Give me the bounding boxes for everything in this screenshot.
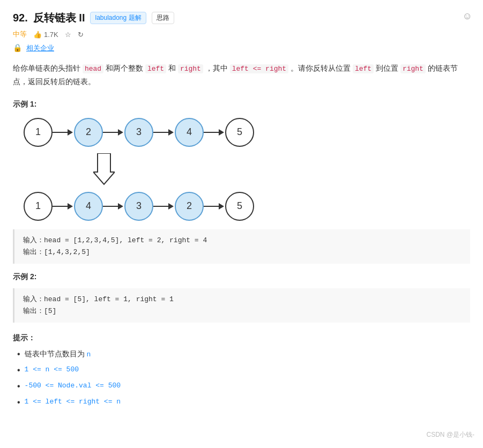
arrow-a2 [103,203,124,210]
code-head: head [83,64,103,73]
smiley-icon: ☺ [463,11,472,22]
thumb-up-icon: 👍 [33,31,42,39]
bullet-2: • [17,365,20,375]
example2-code: 输入：head = [5], left = 1, right = 1 输出：[5… [13,288,470,323]
tag-labuladong[interactable]: labuladong 题解 [90,12,146,24]
bullet-4: • [17,398,20,407]
tag-silu[interactable]: 思路 [152,12,174,24]
hint-item-2: • 1 <= n <= 500 [13,365,470,375]
problem-title: 92. [13,12,28,24]
code-left: left [145,64,166,73]
node-3-before: 3 [124,118,153,147]
arrow-1 [53,129,74,136]
hint-text-4: 1 <= left <= right <= n [25,398,121,406]
footer-watermark: CSDN @是小钱- [426,430,474,439]
refresh-icon[interactable]: ↻ [78,31,84,39]
lock-icon: 🔒 [13,43,22,52]
svg-marker-0 [93,153,115,184]
down-arrow-container [24,153,184,185]
down-arrow-svg [93,153,115,185]
likes-count: 👍 1.7K [33,31,58,39]
node-2-after: 2 [175,192,204,221]
hint-code-n: n [87,350,91,359]
hint-item-4: • 1 <= left <= right <= n [13,398,470,407]
bullet-1: • [17,349,20,359]
arrow-2 [103,129,124,136]
arrow-a3 [153,203,175,210]
example1-title: 示例 1: [13,100,470,109]
difficulty-badge: 中等 [13,29,27,39]
hint-text-1: 链表中节点数目为 n [25,349,91,359]
list-before: 1 2 3 4 5 [24,118,254,147]
example1-code: 输入：head = [1,2,3,4,5], left = 2, right =… [13,229,470,264]
hint-item-3: • -500 <= Node.val <= 500 [13,382,470,391]
node-5-before: 5 [225,118,254,147]
description: 给你单链表的头指针 head 和两个整数 left 和 right ，其中 le… [13,62,470,89]
arrow-4 [204,129,225,136]
company-row: 🔒 相关企业 [13,43,470,53]
title-row: 92. 反转链表 II labuladong 题解 思路 [13,11,470,25]
hint-text-2: 1 <= n <= 500 [25,365,79,374]
code-right2: right [400,64,426,73]
code-condition: left <= right [230,64,288,73]
example1-input: 输入：head = [1,2,3,4,5], left = 2, right =… [23,235,462,247]
node-1-before: 1 [24,118,53,147]
hints-title: 提示： [13,333,470,343]
node-4-after: 4 [74,192,103,221]
diagram: 1 2 3 4 5 1 4 3 2 5 [24,118,470,221]
node-1-after: 1 [24,192,53,221]
arrow-a1 [53,203,74,210]
example2-title: 示例 2: [13,272,470,282]
example1-output: 输出：[1,4,3,2,5] [23,247,462,258]
bullet-3: • [17,382,20,391]
list-after: 1 4 3 2 5 [24,192,254,221]
arrow-a4 [204,203,225,210]
example2-input: 输入：head = [5], left = 1, right = 1 [23,294,462,305]
problem-name: 反转链表 II [33,11,85,25]
node-5-after: 5 [225,192,254,221]
company-link[interactable]: 相关企业 [26,44,54,52]
hints-section: 提示： • 链表中节点数目为 n • 1 <= n <= 500 • -500 … [13,333,470,407]
hint-item-1: • 链表中节点数目为 n [13,349,470,359]
code-right: right [178,64,203,73]
example2-output: 输出：[5] [23,305,462,317]
node-4-before: 4 [175,118,204,147]
star-icon[interactable]: ☆ [65,31,71,39]
hint-text-3: -500 <= Node.val <= 500 [25,382,121,390]
meta-row: 中等 👍 1.7K ☆ ↻ [13,29,470,39]
node-3-after: 3 [124,192,153,221]
node-2-before: 2 [74,118,103,147]
arrow-3 [153,129,175,136]
code-left2: left [353,64,374,73]
